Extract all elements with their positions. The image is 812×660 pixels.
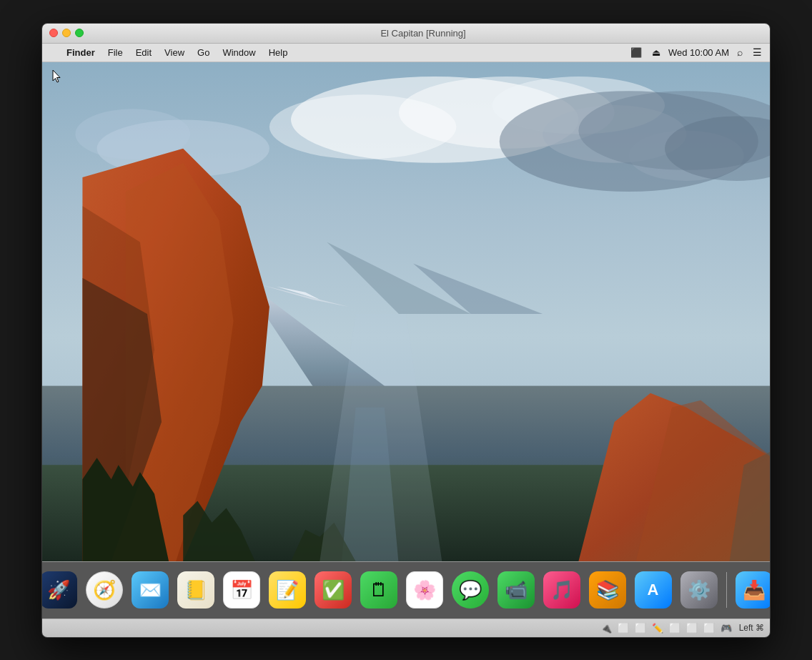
- vm-ctrl-display1[interactable]: ⬜: [685, 623, 699, 634]
- vm-ctrl-display2[interactable]: ⬜: [702, 623, 716, 634]
- dock-stickies[interactable]: 🗒: [357, 568, 400, 611]
- dock-mail[interactable]: ✉️: [129, 568, 172, 611]
- dock-appstore[interactable]: A: [632, 568, 675, 611]
- dock-facetime[interactable]: 📹: [495, 568, 538, 611]
- dock-calendar[interactable]: 📅: [220, 568, 263, 611]
- vm-ctrl-gamepad[interactable]: 🎮: [719, 623, 733, 634]
- vm-ctrl-usb[interactable]: 🔌: [599, 623, 613, 634]
- eject-icon[interactable]: ⏏: [650, 47, 663, 58]
- dock-downloads[interactable]: 📥: [733, 568, 771, 611]
- dock-reminders[interactable]: ✅: [312, 568, 355, 611]
- dock-contacts[interactable]: 📒: [174, 568, 217, 611]
- menubar-left: Finder File Edit View Go Window Help: [48, 46, 293, 59]
- menu-view[interactable]: View: [159, 46, 190, 59]
- airplay-icon[interactable]: ⬛: [628, 47, 644, 58]
- menu-help[interactable]: Help: [263, 46, 294, 59]
- mac-desktop[interactable]: [42, 62, 770, 561]
- vm-toolbar: 🔌 ⬜ ⬜ ✏️ ⬜ ⬜ ⬜ 🎮 Left ⌘: [42, 619, 770, 637]
- close-button[interactable]: [49, 29, 58, 37]
- vm-window: El Capitan [Running] Finder File Edit Vi…: [41, 23, 771, 638]
- clock: Wed 10:00 AM: [668, 47, 729, 58]
- menubar-right: ⬛ ⏏ Wed 10:00 AM ⌕ ☰: [628, 46, 764, 58]
- dock-photos[interactable]: 🌸: [403, 568, 446, 611]
- dock-ibooks[interactable]: 📚: [586, 568, 629, 611]
- dock-separator: [726, 572, 727, 608]
- mac-menubar: Finder File Edit View Go Window Help ⬛ ⏏…: [42, 44, 770, 62]
- dock-itunes[interactable]: 🎵: [540, 568, 583, 611]
- dock-sysprefs[interactable]: ⚙️: [678, 568, 721, 611]
- notification-center-icon[interactable]: ☰: [751, 46, 764, 58]
- dock-launchpad[interactable]: 🚀: [41, 568, 80, 611]
- wallpaper: [42, 62, 770, 561]
- vm-ctrl-network[interactable]: ⬜: [668, 623, 682, 634]
- spotlight-icon[interactable]: ⌕: [735, 46, 745, 58]
- dock-safari[interactable]: 🧭: [83, 568, 126, 611]
- menu-edit[interactable]: Edit: [130, 46, 157, 59]
- menu-file[interactable]: File: [102, 46, 129, 59]
- menu-finder[interactable]: Finder: [61, 46, 101, 59]
- vm-toolbar-icons: 🔌 ⬜ ⬜ ✏️ ⬜ ⬜ ⬜ 🎮 Left ⌘: [599, 623, 764, 634]
- maximize-button[interactable]: [75, 29, 84, 37]
- menu-window[interactable]: Window: [217, 46, 261, 59]
- vm-titlebar: El Capitan [Running]: [42, 24, 770, 44]
- vm-ctrl-hd1[interactable]: ⬜: [616, 623, 630, 634]
- vm-ctrl-hd2[interactable]: ⬜: [633, 623, 648, 634]
- vm-ctrl-share[interactable]: ✏️: [650, 623, 665, 634]
- svg-point-3: [269, 94, 456, 159]
- dock-messages[interactable]: 💬: [449, 568, 492, 611]
- mac-dock: 🖥 🚀 🧭 ✉️ 📒: [42, 561, 770, 619]
- minimize-button[interactable]: [62, 29, 71, 37]
- traffic-lights: [49, 29, 84, 37]
- vm-title: El Capitan [Running]: [84, 28, 763, 39]
- vm-key-combo: Left ⌘: [739, 623, 764, 633]
- dock-notes[interactable]: 📝: [266, 568, 309, 611]
- menu-go[interactable]: Go: [192, 46, 215, 59]
